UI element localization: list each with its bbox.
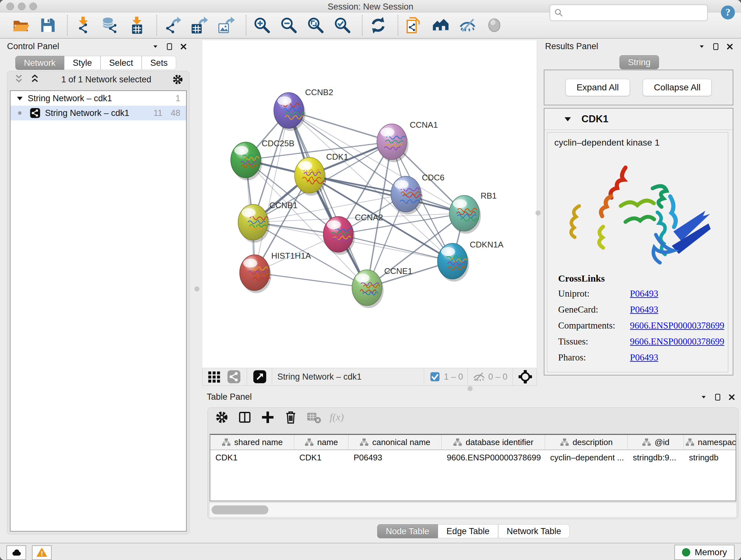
cloud-button[interactable] <box>6 545 26 560</box>
selected-checkbox-icon[interactable] <box>429 371 441 382</box>
search-input[interactable] <box>564 6 707 19</box>
function-button[interactable]: f(x) <box>329 410 344 426</box>
delete-column-button[interactable] <box>283 410 298 426</box>
panel-close-icon[interactable] <box>725 42 735 51</box>
import-database-button[interactable] <box>101 16 119 35</box>
share-document-button[interactable] <box>405 16 423 35</box>
panel-float-icon[interactable] <box>711 42 721 51</box>
column-header--id[interactable]: @id <box>628 435 684 449</box>
table-row[interactable]: CDK1CDK1P064939606.ENSP00000378699cyclin… <box>210 450 736 465</box>
import-table-button[interactable] <box>128 16 146 35</box>
column-header-canonical-name[interactable]: canonical name <box>348 435 442 449</box>
search-box[interactable] <box>549 4 708 21</box>
scrollbar-thumb[interactable] <box>212 505 268 514</box>
network-edge[interactable] <box>255 111 289 273</box>
network-node-CDK1[interactable]: CDK1 <box>294 152 348 196</box>
tab-node-table[interactable]: Node Table <box>377 524 438 538</box>
table-cell[interactable]: stringdb:9... <box>628 450 684 465</box>
hide-unhide-button[interactable] <box>458 16 477 35</box>
ghost-eye-button[interactable] <box>485 16 503 35</box>
panel-float-icon[interactable] <box>165 42 174 51</box>
network-canvas[interactable]: CCNB2CCNA1CDC25BCDK1CDC6RB1CCNB1CCNA2CDK… <box>202 40 537 368</box>
panel-close-icon[interactable] <box>179 42 188 51</box>
crosslink-link[interactable]: 9606.ENSP00000378699 <box>630 320 724 331</box>
horizontal-splitter-handle[interactable] <box>468 386 473 391</box>
entry-collapse-icon[interactable] <box>562 114 573 125</box>
right-splitter-handle[interactable] <box>536 210 541 215</box>
panel-menu-icon[interactable] <box>699 392 709 402</box>
network-node-CCNA1[interactable]: CCNA1 <box>377 120 438 162</box>
network-node-RB1[interactable]: RB1 <box>449 191 497 234</box>
zoom-fit-button[interactable] <box>307 16 325 35</box>
network-collection-row[interactable]: String Network – cdk1 1 <box>10 91 186 106</box>
tab-edge-table[interactable]: Edge Table <box>438 524 498 538</box>
gear-icon[interactable] <box>172 73 184 86</box>
table-cell[interactable]: cyclin–dependent ... <box>545 450 628 465</box>
network-node-CCNB1[interactable]: CCNB1 <box>238 200 297 243</box>
zoom-out-button[interactable] <box>280 16 298 35</box>
network-row-selected[interactable]: String Network – cdk1 11 48 <box>10 106 186 120</box>
network-node-HIST1H1A[interactable]: HIST1H1A <box>240 251 311 293</box>
table-cell[interactable]: 9606.ENSP00000378699 <box>442 450 545 465</box>
result-entry-header[interactable]: CDK1 <box>544 109 733 130</box>
hidden-eye-icon[interactable] <box>472 370 486 383</box>
export-image-button[interactable] <box>217 16 235 35</box>
refresh-button[interactable] <box>369 16 387 35</box>
column-header-database-identifier[interactable]: database identifier <box>442 435 545 449</box>
add-column-button[interactable] <box>260 410 275 426</box>
network-edge[interactable] <box>255 273 367 288</box>
gear-button[interactable] <box>214 410 229 426</box>
collapse-all-icon[interactable] <box>12 73 25 86</box>
column-header-namespac[interactable]: namespac <box>684 435 736 449</box>
tab-select[interactable]: Select <box>100 56 142 70</box>
grid-view-icon[interactable] <box>207 370 221 384</box>
export-table-button[interactable] <box>190 16 209 35</box>
delete-table-button[interactable] <box>306 410 321 426</box>
navigator-icon[interactable] <box>518 369 533 384</box>
column-header-name[interactable]: name <box>294 435 348 449</box>
panel-menu-icon[interactable] <box>151 42 160 51</box>
table-cell[interactable]: P06493 <box>348 450 442 465</box>
panel-close-icon[interactable] <box>727 392 737 402</box>
network-node-CDC25B[interactable]: CDC25B <box>231 138 294 180</box>
expand-all-button[interactable]: Expand All <box>565 79 630 96</box>
network-node-CDKN1A[interactable]: CDKN1A <box>437 240 503 282</box>
warning-button[interactable] <box>32 545 52 560</box>
export-network-button[interactable] <box>163 16 182 35</box>
zoom-in-button[interactable] <box>253 16 271 35</box>
tab-network-table[interactable]: Network Table <box>498 524 570 538</box>
tab-string[interactable]: String <box>619 55 659 69</box>
network-edge[interactable] <box>338 234 453 261</box>
table-cell[interactable]: CDK1 <box>210 450 294 465</box>
network-node-CCNE1[interactable]: CCNE1 <box>352 266 412 308</box>
left-splitter-handle[interactable] <box>194 287 199 292</box>
zoom-selected-button[interactable] <box>333 16 352 35</box>
crosslink-link[interactable]: P06493 <box>630 304 658 315</box>
column-header-description[interactable]: description <box>545 435 628 449</box>
network-node-CDC6[interactable]: CDC6 <box>391 173 445 214</box>
network-view-icon[interactable] <box>227 370 241 384</box>
panel-menu-icon[interactable] <box>697 42 706 51</box>
tab-network[interactable]: Network <box>15 56 64 70</box>
home-pages-button[interactable] <box>431 16 450 35</box>
crosslink-link[interactable]: P06493 <box>630 352 658 363</box>
panel-float-icon[interactable] <box>713 392 723 402</box>
help-button[interactable]: ? <box>720 4 736 20</box>
table-horizontal-scrollbar[interactable] <box>210 503 736 517</box>
split-columns-button[interactable] <box>237 410 253 426</box>
memory-button[interactable]: Memory <box>674 545 735 560</box>
tab-style[interactable]: Style <box>64 56 100 70</box>
open-session-button[interactable] <box>11 16 30 35</box>
import-network-button[interactable] <box>74 16 92 35</box>
save-session-button[interactable] <box>38 16 57 35</box>
table-cell[interactable]: CDK1 <box>294 450 348 465</box>
collapse-all-button[interactable]: Collapse All <box>643 79 712 96</box>
crosslink-link[interactable]: 9606.ENSP00000378699 <box>630 336 724 347</box>
tab-sets[interactable]: Sets <box>142 56 176 70</box>
expand-all-icon[interactable] <box>28 73 41 86</box>
column-header-shared-name[interactable]: shared name <box>210 435 294 449</box>
crosslink-link[interactable]: P06493 <box>630 288 658 299</box>
tree-expand-icon[interactable] <box>15 94 24 103</box>
birdseye-view-icon[interactable] <box>253 370 267 384</box>
table-cell[interactable]: stringdb <box>684 450 736 465</box>
